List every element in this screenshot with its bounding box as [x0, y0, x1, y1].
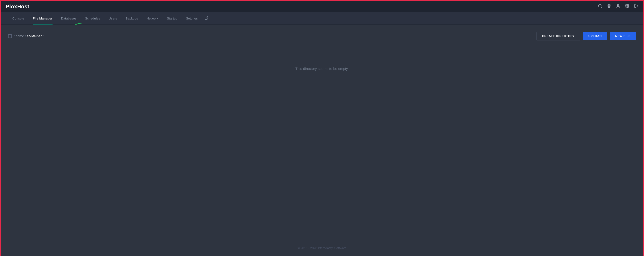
nav-bar: Console File Manager Databases Schedules…: [1, 12, 643, 25]
breadcrumb-root-sep: /: [14, 34, 15, 38]
upload-button[interactable]: UPLOAD: [583, 32, 607, 40]
empty-state-message: This directory seems to be empty.: [296, 66, 349, 70]
tab-users[interactable]: Users: [104, 12, 121, 24]
user-icon[interactable]: [616, 4, 620, 9]
tab-startup[interactable]: Startup: [162, 12, 182, 24]
tab-console[interactable]: Console: [8, 12, 28, 24]
action-buttons: CREATE DIRECTORY UPLOAD NEW FILE: [536, 32, 636, 40]
breadcrumb-folder[interactable]: container: [27, 34, 42, 38]
breadcrumb-sep2: /: [25, 34, 26, 38]
logout-icon[interactable]: [634, 4, 638, 9]
svg-point-2: [617, 4, 619, 6]
settings-icon[interactable]: [625, 4, 629, 9]
select-all-checkbox[interactable]: [8, 34, 12, 38]
svg-point-3: [627, 6, 628, 7]
copyright-text: © 2015 - 2020 Pterodactyl Software: [298, 246, 346, 250]
svg-point-0: [598, 4, 601, 7]
layers-icon[interactable]: [607, 4, 611, 9]
empty-state: This directory seems to be empty.: [8, 48, 636, 80]
breadcrumb: / home / container /: [8, 34, 44, 38]
search-icon[interactable]: [598, 4, 602, 9]
file-toolbar: / home / container / CREATE DIRECTORY UP…: [8, 32, 636, 40]
breadcrumb-home[interactable]: home: [16, 34, 24, 38]
tab-settings[interactable]: Settings: [182, 12, 202, 24]
svg-marker-1: [608, 4, 611, 6]
tab-file-manager[interactable]: File Manager: [28, 12, 57, 24]
header-icons: [598, 4, 638, 9]
tab-backups[interactable]: Backups: [122, 12, 142, 24]
svg-line-5: [206, 17, 208, 18]
new-file-button[interactable]: NEW FILE: [610, 32, 636, 40]
footer: © 2015 - 2020 Pterodactyl Software: [1, 246, 643, 250]
breadcrumb-path: / home / container /: [14, 34, 44, 38]
breadcrumb-sep3: /: [43, 34, 44, 38]
logo: PloxHost: [6, 4, 29, 10]
create-directory-button[interactable]: CREATE DIRECTORY: [536, 32, 580, 40]
tab-network[interactable]: Network: [142, 12, 163, 24]
top-header: PloxHost: [1, 1, 643, 12]
tab-schedules[interactable]: Schedules: [81, 12, 104, 24]
external-link-icon[interactable]: [202, 16, 211, 21]
main-content: / home / container / CREATE DIRECTORY UP…: [1, 25, 643, 256]
tab-databases[interactable]: Databases: [57, 12, 81, 24]
